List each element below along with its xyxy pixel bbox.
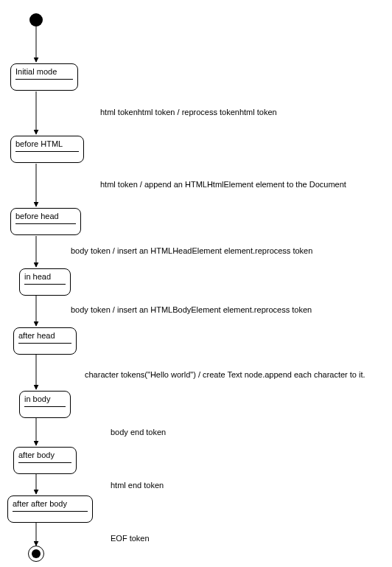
start-node bbox=[29, 13, 43, 27]
end-node bbox=[28, 546, 44, 562]
state-label: Initial mode bbox=[15, 67, 73, 77]
state-label: after body bbox=[18, 451, 71, 461]
state-label: in head bbox=[24, 272, 66, 282]
transition-label: html tokenhtml token / reprocess tokenht… bbox=[100, 108, 277, 116]
state-after-body: after body bbox=[13, 447, 77, 474]
state-in-head: in head bbox=[19, 268, 71, 296]
state-label: before HTML bbox=[15, 139, 79, 150]
transition-label: body token / insert an HTMLHeadElement e… bbox=[71, 246, 312, 255]
transition-label: html end token bbox=[111, 481, 164, 490]
state-after-after-body: after after body bbox=[7, 495, 93, 523]
transition-label: character tokens("Hello world") / create… bbox=[85, 370, 365, 379]
state-diagram: Initial mode html tokenhtml token / repr… bbox=[0, 0, 392, 567]
state-before-head: before head bbox=[10, 208, 81, 235]
state-label: in body bbox=[24, 394, 66, 405]
state-in-body: in body bbox=[19, 391, 71, 418]
state-label: after after body bbox=[13, 499, 88, 509]
state-label: before head bbox=[15, 212, 76, 222]
state-initial-mode: Initial mode bbox=[10, 63, 78, 91]
transition-label: body end token bbox=[111, 428, 166, 436]
state-label: after head bbox=[18, 331, 71, 341]
state-after-head: after head bbox=[13, 327, 77, 355]
transition-label: html token / append an HTMLHtmlElement e… bbox=[100, 180, 346, 189]
transition-label: body token / insert an HTMLBodyElement e… bbox=[71, 305, 312, 314]
state-before-html: before HTML bbox=[10, 136, 84, 163]
transition-label: EOF token bbox=[111, 534, 150, 543]
